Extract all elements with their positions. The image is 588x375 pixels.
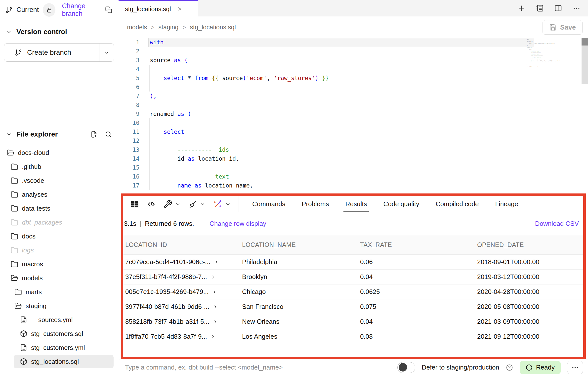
- build-tools-button[interactable]: [160, 200, 184, 209]
- breadcrumb-separator: >: [151, 24, 155, 31]
- code-line-5[interactable]: 5 select * from {{ source('ecom', 'raw_s…: [119, 74, 588, 83]
- line-number: 14: [119, 155, 139, 162]
- panel-tab-commands[interactable]: Commands: [252, 196, 285, 212]
- branch-bar: Current Change branch: [0, 0, 118, 20]
- ai-assist-button[interactable]: [209, 199, 235, 209]
- column-header-opened_date[interactable]: OPENED_DATE: [475, 241, 583, 248]
- code-editor[interactable]: 1with23source as (45 select * from {{ so…: [119, 38, 588, 193]
- file-tree-item-docs[interactable]: docs: [0, 229, 118, 243]
- lint-button[interactable]: [184, 200, 209, 209]
- breadcrumb-item[interactable]: stg_locations.sql: [190, 24, 236, 31]
- file-tree-item--sources-yml[interactable]: __sources.yml: [0, 313, 118, 327]
- expand-row-button[interactable]: [214, 260, 219, 265]
- ide-status-badge[interactable]: Ready: [520, 361, 561, 374]
- code-line-15[interactable]: 15: [119, 163, 588, 172]
- file-tree-item-logs[interactable]: logs: [0, 243, 118, 257]
- query-status: 3.1s | Returned 6 rows.: [123, 220, 194, 228]
- file-tree-item-docs-cloud[interactable]: docs-cloud: [0, 146, 118, 160]
- column-header-location_id[interactable]: LOCATION_ID: [123, 241, 240, 248]
- code-line-13[interactable]: 13 ---------- ids: [119, 145, 588, 154]
- code-line-4[interactable]: 4: [119, 65, 588, 74]
- copy-branch-button[interactable]: [105, 6, 113, 14]
- file-tree-item-stg-customers-sql[interactable]: stg_customers.sql: [0, 327, 118, 341]
- create-branch-button[interactable]: Create branch: [4, 43, 114, 62]
- table-row: 005e7e1c-1935-4269-b479...Chicago0.06252…: [123, 284, 583, 299]
- code-line-12[interactable]: 12: [119, 136, 588, 145]
- file-tree-item-stg-customers-yml[interactable]: stg_customers.yml: [0, 341, 118, 355]
- create-branch-main[interactable]: Create branch: [4, 44, 99, 61]
- file-tree-item-staging[interactable]: staging: [0, 299, 118, 313]
- new-tab-button[interactable]: [517, 4, 525, 12]
- code-line-3[interactable]: 3source as (: [119, 56, 588, 65]
- split-pane-icon: [554, 4, 562, 12]
- command-input[interactable]: [119, 363, 397, 372]
- create-branch-dropdown[interactable]: [99, 44, 114, 61]
- change-branch-link[interactable]: Change branch: [62, 2, 105, 18]
- editor-minimap[interactable]: with source as ( select * from {{ source…: [527, 39, 561, 136]
- column-header-location_name[interactable]: LOCATION_NAME: [240, 241, 358, 248]
- editor-scrollbar-thumb[interactable]: [582, 38, 588, 46]
- panel-tab-code-quality[interactable]: Code quality: [383, 196, 419, 212]
- table-cell: 37e5f311-b7f4-4f2f-988b-7...: [123, 273, 240, 281]
- file-tree-item-macros[interactable]: macros: [0, 257, 118, 271]
- breadcrumb-item[interactable]: models: [127, 24, 147, 31]
- expand-row-button[interactable]: [213, 304, 218, 309]
- search-files-button[interactable]: [105, 131, 112, 138]
- close-tab-button[interactable]: [177, 6, 182, 12]
- table-view-button[interactable]: [126, 199, 143, 209]
- download-csv-link[interactable]: Download CSV: [535, 220, 579, 228]
- file-tree-item--vscode[interactable]: .vscode: [0, 174, 118, 188]
- tab-stg-locations-sql[interactable]: stg_locations.sql: [119, 0, 198, 17]
- table-cell: Philadelphia: [240, 258, 358, 266]
- split-editor-button[interactable]: [554, 4, 562, 12]
- column-header-tax_rate[interactable]: TAX_RATE: [358, 241, 475, 248]
- file-explorer-header[interactable]: File explorer: [0, 127, 118, 141]
- panel-tab-compiled-code[interactable]: Compiled code: [436, 196, 479, 212]
- defer-label: Defer to staging/production: [422, 364, 499, 371]
- file-tree-item-dbt-packages[interactable]: dbt_packages: [0, 215, 118, 229]
- defer-toggle[interactable]: [397, 362, 415, 373]
- command-bar: Defer to staging/production Ready: [119, 360, 588, 375]
- panel-tab-lineage[interactable]: Lineage: [495, 196, 518, 212]
- expand-row-button[interactable]: [210, 334, 215, 339]
- code-view-button[interactable]: [143, 200, 160, 209]
- version-control-header[interactable]: Version control: [0, 20, 118, 36]
- breadcrumb-item[interactable]: staging: [159, 24, 179, 31]
- code-line-14[interactable]: 14 id as location_id,: [119, 154, 588, 163]
- toolbar-divider: [239, 196, 239, 212]
- panel-tab-problems[interactable]: Problems: [302, 196, 329, 212]
- command-bar-menu-button[interactable]: [567, 361, 583, 374]
- code-line-6[interactable]: 6: [119, 83, 588, 92]
- code-line-8[interactable]: 8: [119, 100, 588, 109]
- expand-row-button[interactable]: [210, 275, 215, 280]
- code-line-7[interactable]: 7),: [119, 92, 588, 100]
- code-line-17[interactable]: 17 name as location_name,: [119, 181, 588, 190]
- query-elapsed: 3.1s: [124, 220, 136, 228]
- panel-tab-results[interactable]: Results: [345, 196, 367, 212]
- code-lines[interactable]: 1with23source as (45 select * from {{ so…: [119, 38, 588, 190]
- defer-help-button[interactable]: [506, 364, 513, 371]
- file-tree-item-marts[interactable]: marts: [0, 285, 118, 299]
- new-file-button[interactable]: [90, 131, 98, 138]
- change-row-display-link[interactable]: Change row display: [210, 220, 266, 228]
- code-line-10[interactable]: 10: [119, 118, 588, 127]
- file-tree-item-data-tests[interactable]: data-tests: [0, 201, 118, 215]
- code-line-2[interactable]: 2: [119, 47, 588, 56]
- file-tree-item-label: macros: [22, 260, 43, 268]
- editor-menu-button[interactable]: [573, 4, 581, 12]
- code-line-content: ---------- ids: [150, 146, 229, 153]
- code-line-9[interactable]: 9renamed as (: [119, 109, 588, 118]
- code-line-11[interactable]: 11 select: [119, 127, 588, 136]
- notebook-button[interactable]: [536, 4, 544, 12]
- line-number: 8: [119, 102, 139, 108]
- save-button[interactable]: Save: [543, 20, 583, 35]
- file-tree-item-stg-locations-sql[interactable]: stg_locations.sql: [0, 355, 118, 369]
- file-tree-item-analyses[interactable]: analyses: [0, 188, 118, 201]
- code-line-16[interactable]: 16 ---------- text: [119, 172, 588, 181]
- expand-row-button[interactable]: [213, 319, 218, 324]
- file-tree-item-models[interactable]: models: [0, 271, 118, 285]
- editor-scrollbar-track[interactable]: [582, 46, 588, 84]
- expand-row-button[interactable]: [212, 289, 217, 294]
- file-tree-item--github[interactable]: .github: [0, 160, 118, 174]
- code-line-1[interactable]: 1with: [119, 38, 588, 47]
